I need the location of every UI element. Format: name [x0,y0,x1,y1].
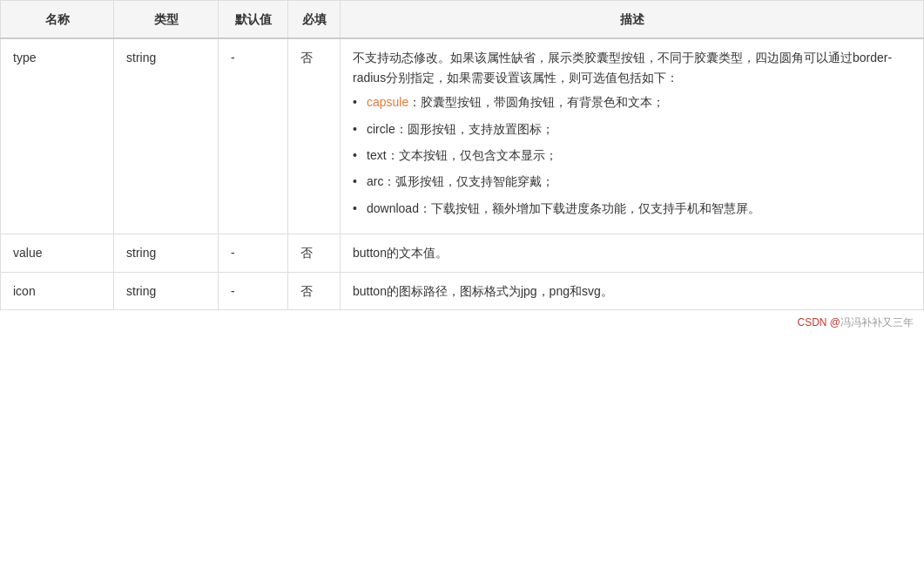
desc-intro-text: 不支持动态修改。如果该属性缺省，展示类胶囊型按钮，不同于胶囊类型，四边圆角可以通… [353,48,911,87]
cell-name: type [1,38,114,234]
cell-name: value [1,234,114,272]
footer-author: 冯冯补补又三年 [840,316,914,329]
cell-default: - [219,272,288,309]
keyword: download [367,201,419,215]
cell-description: 不支持动态修改。如果该属性缺省，展示类胶囊型按钮，不同于胶囊类型，四边圆角可以通… [341,38,924,234]
table-row: typestring-否不支持动态修改。如果该属性缺省，展示类胶囊型按钮，不同于… [1,38,924,234]
cell-required: 否 [288,234,341,272]
keyword: text [367,148,387,162]
footer-csdn: CSDN @ [797,316,840,329]
cell-type: string [114,272,219,309]
cell-default: - [219,38,288,234]
header-default: 默认值 [219,1,288,39]
keyword: arc [367,174,383,188]
cell-required: 否 [288,38,341,234]
table-row: valuestring-否button的文本值。 [1,234,924,272]
cell-type: string [114,38,219,234]
header-required: 必填 [288,1,341,39]
cell-description: button的图标路径，图标格式为jpg，png和svg。 [341,272,924,309]
footer: CSDN @冯冯补补又三年 [0,310,924,335]
list-item: download：下载按钮，额外增加下载进度条功能，仅支持手机和智慧屏。 [353,199,911,218]
cell-description: button的文本值。 [341,234,924,272]
api-table: 名称 类型 默认值 必填 描述 typestring-否不支持动态修改。如果该属… [0,0,924,310]
header-name: 名称 [1,1,114,39]
cell-name: icon [1,272,114,309]
cell-type: string [114,234,219,272]
list-item: circle：圆形按钮，支持放置图标； [353,119,911,139]
header-description: 描述 [341,1,924,39]
list-item: arc：弧形按钮，仅支持智能穿戴； [353,172,911,191]
keyword-highlight: capsule [367,95,408,109]
list-item: text：文本按钮，仅包含文本显示； [353,146,911,165]
bullet-list: capsule：胶囊型按钮，带圆角按钮，有背景色和文本；circle：圆形按钮，… [353,92,911,218]
list-item: capsule：胶囊型按钮，带圆角按钮，有背景色和文本； [353,92,911,112]
table-header-row: 名称 类型 默认值 必填 描述 [1,1,924,39]
cell-required: 否 [288,272,341,309]
table-row: iconstring-否button的图标路径，图标格式为jpg，png和svg… [1,272,924,309]
keyword: circle [367,122,395,136]
header-type: 类型 [114,1,219,39]
cell-default: - [219,234,288,272]
